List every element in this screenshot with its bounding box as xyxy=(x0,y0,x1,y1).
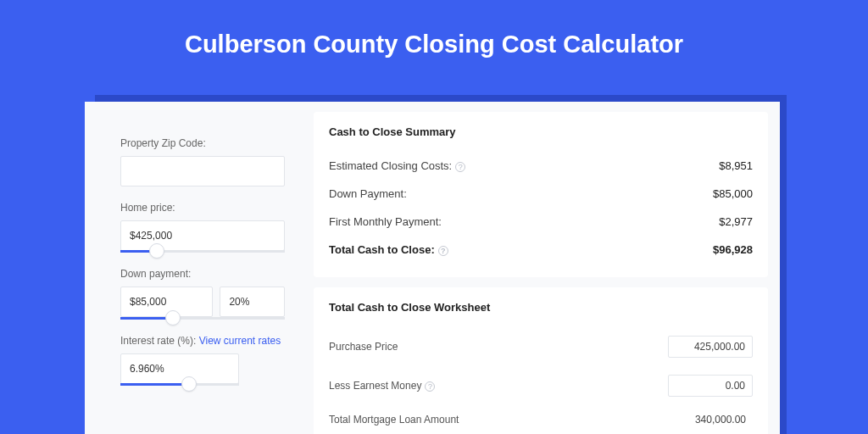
worksheet-heading: Total Cash to Close Worksheet xyxy=(329,301,753,314)
home-price-field: Home price: xyxy=(120,202,285,253)
interest-field: Interest rate (%): View current rates xyxy=(120,335,285,386)
summary-row-value: $8,951 xyxy=(719,159,753,172)
help-icon[interactable]: ? xyxy=(438,246,448,256)
worksheet-row-label: Purchase Price xyxy=(329,341,398,353)
interest-label: Interest rate (%): View current rates xyxy=(120,335,285,347)
worksheet-panel: Total Cash to Close Worksheet Purchase P… xyxy=(314,287,768,434)
worksheet-input[interactable] xyxy=(668,375,753,397)
results-column: Cash to Close Summary Estimated Closing … xyxy=(305,102,780,434)
view-rates-link[interactable]: View current rates xyxy=(199,335,281,347)
down-payment-pct-input[interactable] xyxy=(220,287,285,317)
summary-row-value: $85,000 xyxy=(713,187,753,200)
zip-label: Property Zip Code: xyxy=(120,137,285,149)
interest-label-text: Interest rate (%): xyxy=(120,335,196,347)
interest-input[interactable] xyxy=(120,353,239,384)
down-payment-label: Down payment: xyxy=(120,268,285,280)
page-title: Culberson County Closing Cost Calculator xyxy=(0,0,868,82)
summary-row: Down Payment:$85,000 xyxy=(329,180,753,208)
calculator-card: Property Zip Code: Home price: Down paym… xyxy=(85,102,780,434)
interest-slider[interactable] xyxy=(120,383,239,386)
zip-field: Property Zip Code: xyxy=(120,137,285,186)
worksheet-row: Less Earnest Money? xyxy=(329,366,753,405)
summary-row: First Monthly Payment:$2,977 xyxy=(329,208,753,236)
worksheet-input[interactable] xyxy=(668,336,753,358)
worksheet-row-label: Total Mortgage Loan Amount xyxy=(329,414,459,426)
summary-row: Total Cash to Close:?$96,928 xyxy=(329,236,753,264)
summary-row-value: $2,977 xyxy=(719,215,753,228)
worksheet-value: 340,000.00 xyxy=(668,414,753,426)
down-payment-field: Down payment: xyxy=(120,268,285,320)
home-price-label: Home price: xyxy=(120,202,285,214)
summary-row-label: Total Cash to Close:? xyxy=(329,243,448,256)
down-payment-slider[interactable] xyxy=(120,317,285,320)
summary-row-value: $96,928 xyxy=(713,243,753,256)
summary-row-label: First Monthly Payment: xyxy=(329,215,442,228)
summary-row: Estimated Closing Costs:?$8,951 xyxy=(329,152,753,180)
worksheet-row: Total Mortgage Loan Amount340,000.00 xyxy=(329,405,753,434)
summary-panel: Cash to Close Summary Estimated Closing … xyxy=(314,112,768,277)
help-icon[interactable]: ? xyxy=(455,162,465,172)
help-icon[interactable]: ? xyxy=(425,381,435,392)
home-price-input[interactable] xyxy=(120,220,285,251)
summary-heading: Cash to Close Summary xyxy=(329,125,753,138)
worksheet-row-label: Less Earnest Money? xyxy=(329,380,435,392)
home-price-slider[interactable] xyxy=(120,250,285,253)
worksheet-row: Purchase Price xyxy=(329,327,753,366)
summary-row-label: Down Payment: xyxy=(329,187,407,200)
zip-input[interactable] xyxy=(120,156,285,186)
inputs-column: Property Zip Code: Home price: Down paym… xyxy=(85,102,305,434)
summary-row-label: Estimated Closing Costs:? xyxy=(329,159,465,172)
